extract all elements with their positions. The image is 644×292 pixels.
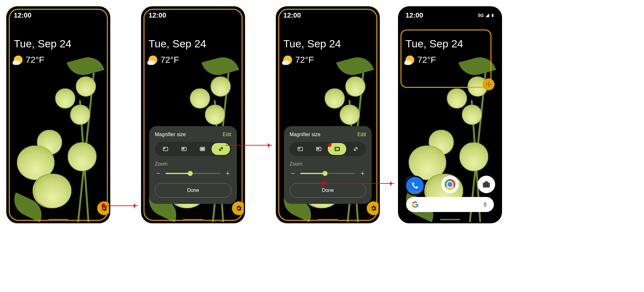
status-right: 5G xyxy=(478,13,495,18)
status-bar: 12:00 5G xyxy=(406,11,495,19)
camera-icon xyxy=(482,180,491,189)
app-camera[interactable] xyxy=(478,176,495,193)
arrow-origin-dot xyxy=(102,203,105,207)
date-widget: Tue, Sep 24 72°F xyxy=(14,38,71,65)
medium-window-icon xyxy=(315,146,322,152)
zoom-out-button[interactable]: − xyxy=(155,169,162,178)
weather-icon xyxy=(406,56,414,64)
zoom-slider[interactable] xyxy=(300,170,355,177)
edit-button[interactable]: Edit xyxy=(223,132,231,137)
date-widget: Tue, Sep 24 72°F xyxy=(283,38,341,65)
search-bar[interactable] xyxy=(406,197,494,212)
chrome-icon xyxy=(445,179,455,190)
app-chrome[interactable] xyxy=(441,176,459,193)
svg-rect-5 xyxy=(201,148,204,150)
weather-icon xyxy=(283,56,292,64)
zoom-in-button[interactable]: + xyxy=(224,169,231,178)
date-text: Tue, Sep 24 xyxy=(283,38,341,50)
panel-title: Magnifier size xyxy=(155,132,186,137)
status-bar: 12:00 xyxy=(14,11,103,19)
small-window-icon xyxy=(297,146,304,152)
size-fullscreen[interactable] xyxy=(346,143,365,155)
zoom-out-button[interactable]: − xyxy=(290,169,296,178)
svg-rect-1 xyxy=(164,148,165,149)
date-widget: Tue, Sep 24 72°F xyxy=(149,38,206,65)
arrow-origin-dot xyxy=(328,143,332,147)
size-medium[interactable] xyxy=(175,143,193,155)
temperature-text: 72°F xyxy=(160,55,179,65)
fullscreen-icon xyxy=(217,146,224,152)
date-text: Tue, Sep 24 xyxy=(406,38,463,50)
date-widget: Tue, Sep 24 72°F xyxy=(406,38,463,65)
size-large[interactable] xyxy=(193,143,212,155)
google-g-icon xyxy=(412,201,419,208)
phone-icon xyxy=(411,182,419,190)
small-window-icon xyxy=(162,146,169,152)
magnifier-settings-button[interactable] xyxy=(367,201,380,215)
screen-4: 12:00 5G Tue, Sep 24 72°F xyxy=(398,6,502,223)
status-time: 12:00 xyxy=(14,11,31,19)
dock xyxy=(405,176,495,193)
status-time: 12:00 xyxy=(149,11,166,19)
svg-rect-13 xyxy=(492,14,493,14)
status-bar: 12:00 xyxy=(149,11,238,19)
svg-point-17 xyxy=(486,184,487,186)
gear-icon xyxy=(370,205,377,212)
svg-point-14 xyxy=(488,84,489,85)
status-bar: 12:00 xyxy=(283,11,372,19)
medium-window-icon xyxy=(181,146,187,152)
app-phone[interactable] xyxy=(405,176,425,196)
large-window-icon xyxy=(199,146,206,152)
weather-icon xyxy=(14,56,23,64)
network-label: 5G xyxy=(478,13,484,18)
screen-1: 12:00 Tue, Sep 24 72°F xyxy=(6,6,110,223)
zoom-label: Zoom xyxy=(290,161,366,167)
svg-rect-7 xyxy=(298,148,300,149)
arrow-line xyxy=(105,205,138,206)
temperature-text: 72°F xyxy=(26,55,44,65)
mic-icon[interactable] xyxy=(482,201,488,208)
weather-icon xyxy=(149,56,157,64)
magnifier-settings-panel: Magnifier size Edit Zoom − xyxy=(284,126,372,204)
temperature-text: 72°F xyxy=(417,55,436,65)
magnifier-settings-button[interactable] xyxy=(232,201,245,215)
size-small[interactable] xyxy=(291,143,309,155)
size-small[interactable] xyxy=(156,143,175,155)
done-button[interactable]: Done xyxy=(290,183,366,198)
arrow-origin-dot xyxy=(322,181,325,185)
svg-rect-19 xyxy=(484,202,486,205)
battery-icon xyxy=(491,13,495,18)
fullscreen-icon xyxy=(352,146,359,152)
panel-title: Magnifier size xyxy=(290,132,321,137)
status-time: 12:00 xyxy=(406,11,423,19)
temperature-text: 72°F xyxy=(295,55,314,65)
move-icon xyxy=(485,81,492,88)
edit-button[interactable]: Edit xyxy=(357,132,366,137)
large-window-icon xyxy=(334,146,341,152)
size-segmented-control xyxy=(155,142,231,156)
svg-rect-18 xyxy=(485,181,488,183)
signal-icon xyxy=(485,13,490,18)
done-button[interactable]: Done xyxy=(155,183,231,198)
screen-2: 12:00 Tue, Sep 24 72°F Magnifier size Ed… xyxy=(141,6,245,223)
status-time: 12:00 xyxy=(283,11,301,19)
svg-rect-3 xyxy=(182,148,184,150)
size-medium[interactable] xyxy=(309,143,328,155)
arrow-line xyxy=(326,183,394,184)
svg-rect-11 xyxy=(335,148,339,150)
svg-rect-12 xyxy=(492,14,494,17)
date-text: Tue, Sep 24 xyxy=(14,38,71,50)
screen-3: 12:00 Tue, Sep 24 72°F Magnifier size Ed… xyxy=(276,6,380,223)
zoom-in-button[interactable]: + xyxy=(359,169,366,178)
zoom-label: Zoom xyxy=(155,161,231,167)
magnifier-move-button[interactable] xyxy=(483,78,495,90)
zoom-slider[interactable] xyxy=(165,170,221,177)
date-text: Tue, Sep 24 xyxy=(149,38,206,50)
gear-icon xyxy=(235,205,242,212)
arrow-line xyxy=(226,145,272,146)
svg-rect-9 xyxy=(317,148,319,150)
magnifier-settings-panel: Magnifier size Edit Zoom − xyxy=(149,126,237,204)
